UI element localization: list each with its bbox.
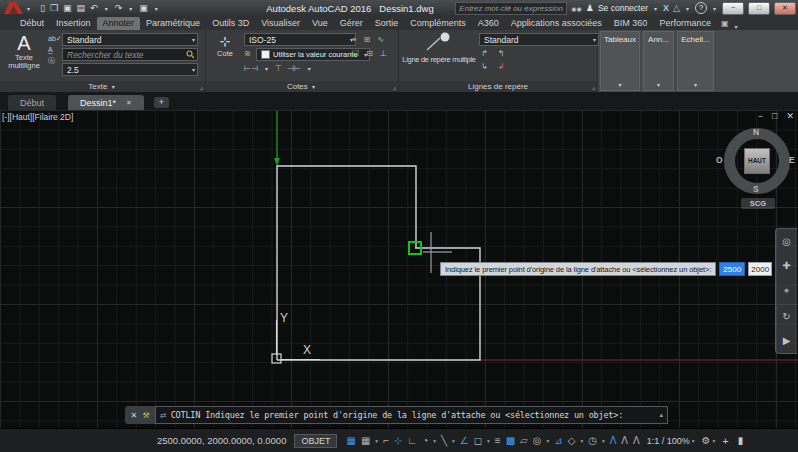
- exchange-apps-icon[interactable]: X: [663, 3, 669, 13]
- close-button[interactable]: ✕: [774, 2, 796, 15]
- ribbon-options-caret-icon[interactable]: ▾: [734, 23, 737, 30]
- undo-icon[interactable]: ↶: [90, 3, 98, 13]
- help-search-input[interactable]: Entrez mot-clé ou expression: [455, 2, 567, 15]
- osnap-caret-icon[interactable]: ▾: [487, 438, 490, 444]
- ribbon-options-icon[interactable]: ▣: [717, 18, 733, 30]
- panel-reperes-footer[interactable]: Lignes de repère ⌟: [399, 81, 597, 92]
- isometric-drafting-toggle[interactable]: ╲: [441, 436, 447, 446]
- open-file-icon[interactable]: ❒: [50, 3, 58, 13]
- selection-cycling-toggle[interactable]: ▱: [520, 436, 528, 446]
- threed-osnap-caret-icon[interactable]: ▾: [547, 438, 550, 444]
- viewport-close-icon[interactable]: ✕: [786, 111, 794, 121]
- viewcube-west[interactable]: O: [716, 155, 723, 165]
- new-file-icon[interactable]: ▯: [40, 3, 45, 13]
- annotation-scale-button[interactable]: 1:1 / 100%: [647, 436, 690, 446]
- viewcube-east[interactable]: E: [789, 155, 795, 165]
- gizmo-caret-icon[interactable]: ▾: [602, 438, 605, 444]
- tab-annoter[interactable]: Annoter: [97, 17, 141, 30]
- zoom-icon[interactable]: ⌖: [784, 285, 790, 297]
- redo-icon[interactable]: ↷: [115, 3, 123, 13]
- panel-cotes-launcher-icon[interactable]: ⌟: [393, 81, 396, 92]
- panel-cotes-footer[interactable]: Cotes ▾ ⌟: [206, 81, 398, 92]
- dim-break-icon[interactable]: ⊢⊣: [244, 64, 258, 73]
- tab-performance[interactable]: Performance: [653, 17, 717, 30]
- cote-button[interactable]: ⊹ Cote: [209, 34, 241, 58]
- binoculars-search-icon[interactable]: ◉◉: [571, 5, 581, 12]
- magnifier-icon[interactable]: [186, 50, 195, 59]
- tab-gerer[interactable]: Gérer: [334, 17, 369, 30]
- drawing-canvas[interactable]: Y X [-][Haut][Filaire 2D] − □ ✕ N S O E …: [0, 110, 798, 428]
- new-drawing-tab-button[interactable]: +: [154, 97, 169, 108]
- mleader-align-icon[interactable]: ↳: [481, 62, 488, 71]
- tab-parametrique[interactable]: Paramétrique: [140, 17, 206, 30]
- gizmo-toggle[interactable]: ◷: [588, 436, 597, 446]
- viewport-label[interactable]: [-][Haut][Filaire 2D]: [2, 112, 73, 122]
- transparency-toggle[interactable]: ▩: [506, 436, 515, 446]
- dim-jog-icon[interactable]: ∿: [377, 35, 384, 45]
- viewcube-south[interactable]: S: [753, 184, 759, 194]
- mleader-style-select[interactable]: Standard ▾: [479, 33, 599, 46]
- appstore-caret-icon[interactable]: ▾: [686, 5, 689, 12]
- steering-wheel-icon[interactable]: ◎: [782, 236, 791, 247]
- undo-caret-icon[interactable]: ▾: [105, 5, 108, 12]
- annotation-scale-toggle[interactable]: Λ: [633, 436, 640, 446]
- viewport-minimize-icon[interactable]: −: [758, 111, 763, 121]
- tab-insertion[interactable]: Insertion: [50, 17, 97, 30]
- object-snap-toggle[interactable]: ◻: [474, 436, 482, 446]
- iso-caret-icon[interactable]: ▾: [452, 438, 455, 444]
- annotation-autoscale-toggle[interactable]: Λ: [621, 436, 628, 446]
- tab-sortie[interactable]: Sortie: [369, 17, 405, 30]
- panel-texte-footer[interactable]: Texte ▾ ⌟: [0, 81, 205, 92]
- orbit-icon[interactable]: ↻: [782, 311, 790, 322]
- isolate-objects-icon[interactable]: ▮: [738, 435, 744, 446]
- infer-constraints-toggle[interactable]: ⌐: [383, 436, 389, 446]
- tab-outils-3d[interactable]: Outils 3D: [206, 17, 255, 30]
- status-customize-plus-icon[interactable]: +: [722, 435, 728, 447]
- osnap-tracking-toggle[interactable]: ∠: [460, 436, 469, 446]
- spell-check-icon[interactable]: ab✓: [48, 34, 62, 43]
- signin-caret-icon[interactable]: ▾: [654, 5, 657, 12]
- qat-customize-caret-icon[interactable]: ▾: [155, 5, 158, 12]
- restore-button[interactable]: □: [748, 2, 770, 15]
- tab-a360[interactable]: A360: [472, 17, 505, 30]
- text-style-select[interactable]: Standard ▾: [62, 33, 198, 46]
- ucs-dropdown[interactable]: SCG: [741, 198, 775, 209]
- panel-annotation[interactable]: Ann... ▾: [643, 31, 674, 91]
- viewport-restore-icon[interactable]: □: [772, 111, 777, 121]
- signin-button[interactable]: Se connecter: [598, 3, 648, 13]
- polar-caret-icon[interactable]: ▾: [433, 438, 436, 444]
- dim-oblique-icon[interactable]: ⌖: [352, 35, 357, 45]
- file-tab-dessin1[interactable]: Dessin1* ✕: [68, 95, 144, 110]
- filter-caret-icon[interactable]: ▾: [580, 438, 583, 444]
- panel-texte-launcher-icon[interactable]: ⌟: [200, 81, 203, 92]
- model-space-button[interactable]: OBJET: [294, 434, 337, 448]
- panel-tableaux[interactable]: Tableaux ▾: [600, 31, 640, 91]
- dynamic-ucs-toggle[interactable]: ⊿: [554, 436, 562, 446]
- tab-visualiser[interactable]: Visualiser: [255, 17, 306, 30]
- snap-mode-toggle[interactable]: ▦: [346, 436, 355, 446]
- tooltip-x-input[interactable]: 2500: [719, 262, 745, 276]
- dim-space-caret-icon[interactable]: ▾: [308, 65, 311, 72]
- save-web-icon[interactable]: ▣: [139, 3, 148, 13]
- logo-caret-icon[interactable]: ▾: [27, 5, 30, 12]
- ortho-mode-toggle[interactable]: ∟: [407, 436, 417, 446]
- dim-layer-icon[interactable]: ≋: [244, 49, 251, 58]
- recent-commands-icon[interactable]: ▴: [659, 411, 663, 419]
- command-close-icon[interactable]: ✕: [130, 411, 137, 420]
- scale-caret-icon[interactable]: ▾: [692, 438, 695, 444]
- dim-override-icon[interactable]: ⊟: [366, 49, 373, 58]
- gear-caret-icon[interactable]: ▾: [713, 438, 716, 444]
- tab-bim-360[interactable]: BIM 360: [608, 17, 654, 30]
- redo-caret-icon[interactable]: ▾: [129, 5, 132, 12]
- dynamic-input-toggle[interactable]: ⊹: [394, 436, 402, 446]
- polar-tracking-toggle[interactable]: ◔: [422, 436, 428, 446]
- tab-complements[interactable]: Compléments: [404, 17, 472, 30]
- dim-reassociate-icon[interactable]: ⊥: [380, 49, 387, 58]
- text-style-icon[interactable]: Ⓐ: [48, 56, 62, 65]
- text-height-select[interactable]: 2.5 ▾: [62, 63, 198, 76]
- mleader-collect-icon[interactable]: ↲: [498, 62, 505, 71]
- panel-reperes-launcher-icon[interactable]: ⌟: [592, 81, 595, 92]
- command-customize-wrench-icon[interactable]: ⚒: [142, 411, 149, 420]
- tab-debut[interactable]: Début: [14, 17, 50, 30]
- find-text-input[interactable]: Rechercher du texte: [62, 48, 198, 61]
